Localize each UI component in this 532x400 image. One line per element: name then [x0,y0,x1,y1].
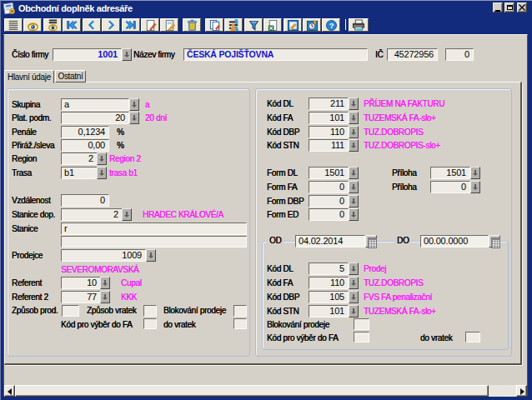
svg-text:?: ? [329,22,334,30]
